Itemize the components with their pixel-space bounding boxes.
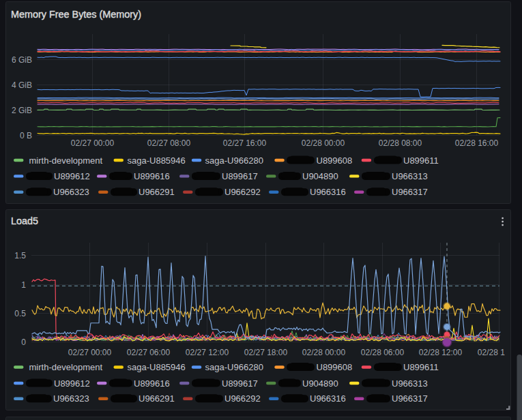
svg-text:U899616: U899616	[134, 171, 170, 181]
svg-text:02/27 12:00: 02/27 12:00	[186, 348, 229, 357]
svg-text:U899616: U899616	[134, 378, 170, 389]
svg-text:0: 0	[21, 338, 26, 347]
svg-text:02/27 00:00: 02/27 00:00	[71, 138, 115, 148]
svg-text:U899611: U899611	[403, 362, 439, 372]
svg-text:2 GiB: 2 GiB	[12, 106, 32, 115]
svg-text:02/27 18:00: 02/27 18:00	[244, 348, 288, 357]
svg-text:U899608: U899608	[317, 155, 353, 166]
svg-text:U966291: U966291	[139, 187, 175, 197]
svg-text:U904890: U904890	[302, 378, 338, 389]
svg-text:U966317: U966317	[392, 187, 428, 197]
svg-text:U966292: U966292	[224, 187, 261, 197]
svg-text:U966291: U966291	[139, 393, 175, 404]
svg-text:U966317: U966317	[392, 393, 428, 404]
svg-text:02/28 06:00: 02/28 06:00	[361, 348, 405, 357]
svg-text:0 B: 0 B	[20, 131, 32, 140]
svg-text:02/27 00:00: 02/27 00:00	[68, 348, 112, 357]
svg-text:U904890: U904890	[302, 171, 338, 181]
svg-text:U966323: U966323	[53, 187, 89, 197]
svg-text:1.5: 1.5	[14, 251, 26, 260]
svg-text:saga-U885946: saga-U885946	[128, 155, 186, 166]
svg-text:saga-U966280: saga-U966280	[205, 155, 263, 166]
svg-text:6 GiB: 6 GiB	[12, 55, 32, 65]
svg-text:mirth-development: mirth-development	[29, 362, 103, 372]
svg-text:U966316: U966316	[310, 187, 346, 197]
svg-text:U899612: U899612	[54, 378, 90, 389]
svg-text:U966313: U966313	[392, 171, 428, 181]
svg-text:U966292: U966292	[224, 393, 261, 404]
svg-text:U966323: U966323	[53, 393, 89, 404]
svg-text:Memory Free Bytes (Memory): Memory Free Bytes (Memory)	[11, 9, 141, 20]
svg-text:02/28 16:00: 02/28 16:00	[455, 138, 499, 148]
svg-text:U899617: U899617	[222, 378, 258, 389]
svg-text:0.5: 0.5	[14, 309, 26, 318]
svg-text:02/28 00:00: 02/28 00:00	[302, 348, 346, 357]
svg-text:1: 1	[21, 280, 26, 290]
svg-text:U899608: U899608	[317, 362, 353, 372]
svg-text:mirth-development: mirth-development	[29, 155, 103, 166]
svg-text:U966313: U966313	[392, 378, 428, 389]
svg-text:02/28 08:00: 02/28 08:00	[379, 138, 422, 148]
svg-text:02/27 08:00: 02/27 08:00	[147, 138, 191, 148]
svg-text:02/28 12:00: 02/28 12:00	[419, 348, 463, 357]
svg-text:U899617: U899617	[222, 171, 258, 181]
svg-text:saga-U966280: saga-U966280	[205, 362, 263, 372]
svg-text:4 GiB: 4 GiB	[12, 80, 32, 90]
svg-text:02/27 16:00: 02/27 16:00	[223, 138, 267, 148]
svg-text:U899612: U899612	[54, 171, 90, 181]
svg-text:02/28 00:00: 02/28 00:00	[302, 138, 345, 148]
svg-text:Load5: Load5	[11, 215, 38, 226]
svg-text:U899611: U899611	[403, 155, 439, 166]
svg-text:saga-U885946: saga-U885946	[128, 362, 186, 372]
svg-text:U966316: U966316	[310, 393, 346, 404]
svg-text:02/27 06:00: 02/27 06:00	[127, 348, 171, 357]
